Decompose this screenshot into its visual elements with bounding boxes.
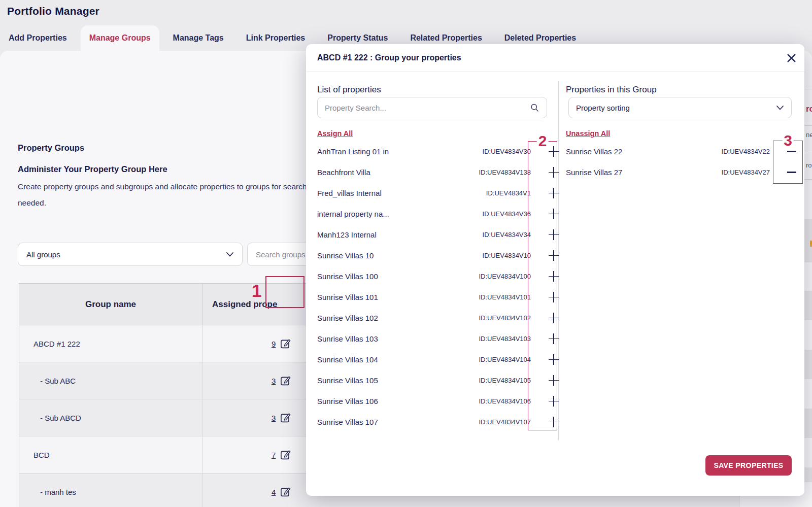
group-properties-modal: ABCD #1 222 : Group your properties List…: [306, 44, 804, 496]
unassign-all-link[interactable]: Unassign All: [566, 129, 610, 138]
close-icon: [787, 54, 796, 62]
tab-manage-tags[interactable]: Manage Tags: [164, 25, 232, 51]
section-subheading: Administer Your Property Group Here: [18, 164, 167, 174]
available-properties-list: AnhTran Listing 01 in ID:UEV4834V30 Beac…: [317, 141, 551, 432]
section-heading: Property Groups: [18, 143, 84, 153]
property-id: ID:UEV4834V1: [486, 189, 531, 197]
property-id: ID:UEV4834V101: [479, 293, 531, 301]
property-sorting-value: Property sorting: [576, 104, 776, 112]
background-icon-fragment: [810, 241, 812, 247]
property-search-input[interactable]: [325, 104, 530, 112]
property-list-item: Sunrise Villas 10 ID:UEV4834V10: [317, 245, 551, 266]
background-page-edge: ro ne rou: [804, 44, 812, 496]
background-text-fragment: ro: [806, 104, 812, 114]
property-name: Sunrise Villas 105: [317, 376, 378, 385]
property-id: ID:UEV4834V30: [483, 148, 531, 155]
property-id: ID:UEV4834V22: [722, 148, 770, 155]
group-name: ABCD #1 222: [19, 325, 202, 362]
tab-manage-groups[interactable]: Manage Groups: [81, 25, 159, 51]
assigned-property-item: Sunrise Villas 27 ID:UEV4834V27: [566, 162, 794, 183]
property-search-field: [317, 97, 547, 118]
property-list-item: Sunrise Villas 103 ID:UEV4834V103: [317, 328, 551, 349]
background-row-band: [804, 467, 812, 482]
divider: [804, 89, 812, 89]
tab-label: Property Status: [327, 33, 388, 43]
property-name: AnhTran Listing 01 in: [317, 147, 389, 156]
column-header-group-name: Group name: [19, 284, 202, 325]
property-name: Sunrise Villas 107: [317, 418, 378, 426]
page-title: Portfolio Manager: [7, 5, 99, 17]
assign-all-link[interactable]: Assign All: [317, 129, 353, 138]
property-id: ID:UEV4834V138: [479, 168, 531, 176]
property-name: Sunrise Villas 100: [317, 272, 378, 281]
portfolio-manager-page: Portfolio Manager Add Properties Manage …: [0, 0, 812, 507]
property-sorting-select[interactable]: Property sorting: [568, 97, 792, 118]
property-list-item: Manh123 Internal ID:UEV4834V34: [317, 224, 551, 245]
property-name: Fred_villas Internal: [317, 189, 382, 197]
edit-group-icon[interactable]: [280, 486, 291, 497]
property-id: ID:UEV4834V100: [479, 273, 531, 280]
properties-in-group-heading: Properties in this Group: [566, 85, 657, 95]
property-id: ID:UEV4834V106: [479, 397, 531, 405]
annotation-box-2: 2: [528, 141, 557, 430]
assigned-count-link[interactable]: 3: [272, 377, 276, 385]
group-name: - manh tes: [19, 474, 202, 507]
tab-label: Manage Tags: [173, 33, 224, 43]
divider: [804, 125, 812, 126]
edit-group-icon[interactable]: [280, 412, 291, 423]
annotation-digit-3: 3: [782, 132, 794, 149]
divider: [804, 179, 812, 180]
assigned-count-link[interactable]: 7: [272, 451, 276, 459]
property-list-item: Sunrise Villas 101 ID:UEV4834V101: [317, 287, 551, 308]
section-description-line2: needed.: [18, 198, 46, 208]
property-name: Sunrise Villas 104: [317, 355, 378, 364]
group-filter-select[interactable]: All groups: [18, 243, 243, 266]
close-button[interactable]: [784, 51, 798, 65]
section-description-line1: Create property groups and subgroups and…: [18, 182, 317, 191]
annotation-box-1: [265, 276, 304, 308]
property-name: Sunrise Villas 106: [317, 397, 378, 405]
property-list-item: internal property na... ID:UEV4834V36: [317, 204, 551, 224]
property-id: ID:UEV4834V102: [479, 314, 531, 322]
tab-label: Deleted Properties: [504, 33, 576, 43]
property-list-item: Sunrise Villas 100 ID:UEV4834V100: [317, 266, 551, 287]
group-filter-value: All groups: [26, 250, 226, 259]
tab-add-properties[interactable]: Add Properties: [0, 25, 76, 51]
tab-label: Related Properties: [410, 33, 482, 43]
property-list-item: Sunrise Villas 106 ID:UEV4834V106: [317, 391, 551, 412]
property-name: Sunrise Villas 10: [317, 251, 374, 260]
property-list-item: Sunrise Villas 105 ID:UEV4834V105: [317, 370, 551, 391]
edit-group-icon[interactable]: [280, 449, 291, 460]
group-name: BCD: [19, 436, 202, 473]
property-id: ID:UEV4834V107: [479, 418, 531, 426]
property-name: Beachfront Villa: [317, 168, 370, 177]
property-id: ID:UEV4834V27: [722, 168, 770, 176]
property-id: ID:UEV4834V36: [483, 210, 531, 218]
divider: [804, 151, 812, 151]
property-name: Sunrise Villas 27: [566, 168, 622, 177]
property-list-item: Sunrise Villas 107 ID:UEV4834V107: [317, 412, 551, 432]
modal-header-divider: [306, 72, 804, 72]
assigned-count-link[interactable]: 4: [272, 488, 276, 496]
edit-group-icon[interactable]: [280, 338, 291, 349]
property-name: Sunrise Villas 102: [317, 314, 378, 322]
tab-link-properties[interactable]: Link Properties: [238, 25, 314, 51]
assigned-count-link[interactable]: 3: [272, 414, 276, 422]
background-text-fragment: ne: [806, 131, 812, 139]
tab-label: Link Properties: [246, 33, 305, 43]
edit-group-icon[interactable]: [280, 375, 291, 386]
property-list-item: Sunrise Villas 102 ID:UEV4834V102: [317, 308, 551, 328]
chevron-down-icon: [776, 105, 784, 111]
annotation-box-3: 3: [773, 141, 803, 184]
tab-label: Manage Groups: [89, 33, 151, 43]
property-list-item: Sunrise Villas 104 ID:UEV4834V104: [317, 349, 551, 370]
group-name: - Sub ABCD: [19, 399, 202, 436]
property-list-item: AnhTran Listing 01 in ID:UEV4834V30: [317, 141, 551, 162]
background-text-fragment: rou: [806, 161, 812, 169]
list-of-properties-heading: List of properties: [317, 85, 381, 95]
save-properties-button[interactable]: SAVE PROPERTIES: [705, 455, 792, 476]
property-list-item: Fred_villas Internal ID:UEV4834V1: [317, 183, 551, 204]
property-id: ID:UEV4834V34: [483, 231, 531, 239]
assigned-count-link[interactable]: 9: [272, 340, 276, 348]
property-id: ID:UEV4834V103: [479, 335, 531, 343]
